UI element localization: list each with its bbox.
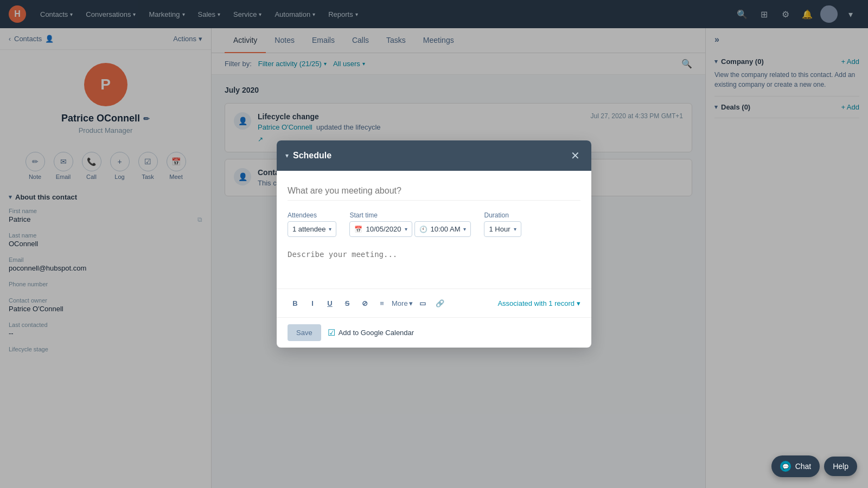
associated-records-button[interactable]: Associated with 1 record ▾ <box>497 299 580 307</box>
meeting-description-input[interactable] <box>288 246 580 267</box>
modal-collapse-icon[interactable]: ▾ <box>285 152 289 159</box>
italic-button[interactable]: I <box>305 296 320 311</box>
start-time-field: Start time 📅 10/05/2020 ▾ 🕙 10:00 AM ▾ <box>349 211 471 237</box>
chevron-down-icon: ▾ <box>514 226 516 232</box>
duration-field: Duration 1 Hour ▾ <box>484 211 521 237</box>
modal-header: ▾ Schedule ✕ <box>277 140 591 171</box>
chevron-down-icon: ▾ <box>409 299 413 307</box>
chevron-down-icon: ▾ <box>577 299 580 307</box>
modal-title: Schedule <box>293 151 331 160</box>
format-button-2[interactable]: ≡ <box>374 296 390 311</box>
strikethrough-button[interactable]: S <box>340 296 355 311</box>
attendees-value: 1 attendee <box>292 225 326 233</box>
start-time-selector[interactable]: 🕙 10:00 AM ▾ <box>414 221 471 237</box>
chevron-down-icon: ▾ <box>405 226 407 232</box>
meeting-subject-input[interactable] <box>288 182 580 201</box>
chevron-down-icon: ▾ <box>463 226 466 232</box>
chevron-down-icon: ▾ <box>329 226 331 232</box>
chat-widget: 💬 Chat Help <box>771 455 857 477</box>
calendar-checkbox[interactable]: ☑ <box>328 328 335 338</box>
video-button[interactable]: ▭ <box>415 296 430 311</box>
clock-icon: 🕙 <box>419 226 427 233</box>
calendar-icon: 📅 <box>354 226 362 233</box>
attendees-selector[interactable]: 1 attendee ▾ <box>288 221 336 237</box>
start-date-selector[interactable]: 📅 10/05/2020 ▾ <box>349 221 412 237</box>
more-formats-button[interactable]: More ▾ <box>392 299 413 307</box>
save-button[interactable]: Save <box>288 324 321 341</box>
modal-toolbar: B I U S ⊘ ≡ More ▾ ▭ 🔗 Associated with 1… <box>277 288 591 317</box>
underline-button[interactable]: U <box>322 296 337 311</box>
chat-button[interactable]: 💬 Chat <box>771 455 820 477</box>
meeting-fields: Attendees 1 attendee ▾ Start time 📅 10/0… <box>288 211 580 237</box>
duration-selector[interactable]: 1 Hour ▾ <box>484 221 521 237</box>
bold-button[interactable]: B <box>288 296 303 311</box>
modal-close-button[interactable]: ✕ <box>567 148 583 163</box>
help-button[interactable]: Help <box>824 457 857 476</box>
format-button-1[interactable]: ⊘ <box>357 296 372 311</box>
attendees-field: Attendees 1 attendee ▾ <box>288 211 336 237</box>
add-to-calendar: ☑ Add to Google Calendar <box>328 328 414 338</box>
modal-footer: Save ☑ Add to Google Calendar <box>277 317 591 348</box>
modal-overlay: ▾ Schedule ✕ Attendees 1 attendee ▾ Star… <box>0 0 868 488</box>
attachment-button[interactable]: 🔗 <box>432 296 448 311</box>
modal-body: Attendees 1 attendee ▾ Start time 📅 10/0… <box>277 171 591 288</box>
chat-icon: 💬 <box>780 461 791 472</box>
schedule-modal: ▾ Schedule ✕ Attendees 1 attendee ▾ Star… <box>277 140 591 348</box>
